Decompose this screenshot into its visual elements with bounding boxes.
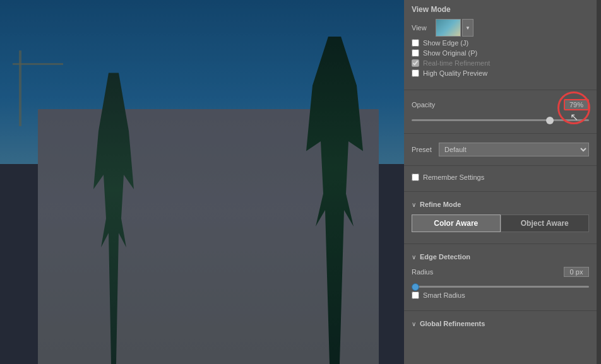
realtime-checkbox [412, 59, 419, 67]
remember-settings-row: Remember Settings [412, 173, 589, 181]
separator-4 [404, 191, 597, 192]
object-aware-button[interactable]: Object Aware [501, 214, 590, 232]
show-original-row: Show Original (P) [412, 49, 589, 57]
global-refinements-title: Global Refinements [420, 320, 485, 327]
radius-row: Radius 0 px [412, 267, 589, 277]
smart-radius-checkbox[interactable] [412, 291, 419, 299]
cursor-icon: ↖ [570, 111, 578, 123]
preset-section: Preset Default Hair & Fur Custom [404, 138, 597, 161]
remember-settings-section: Remember Settings [404, 170, 597, 187]
global-refinements-header: ∨ Global Refinements [412, 320, 589, 327]
realtime-refinement-row: Real-time Refinement [412, 59, 589, 67]
opacity-row: Opacity 79% ↖ [412, 99, 589, 110]
show-edge-row: Show Edge (J) [412, 39, 589, 47]
refine-mode-collapse-arrow[interactable]: ∨ [412, 201, 416, 208]
separator-5 [404, 244, 597, 244]
opacity-section: Opacity 79% ↖ [404, 94, 597, 129]
preset-row: Preset Default Hair & Fur Custom [412, 143, 589, 156]
view-row: View [412, 19, 589, 37]
separator-1 [404, 90, 597, 90]
separator-2 [404, 133, 597, 134]
radius-value[interactable]: 0 px [564, 267, 589, 277]
edge-detection-title: Edge Detection [420, 253, 470, 261]
opacity-value[interactable]: 79% [564, 99, 589, 110]
smart-radius-label: Smart Radius [423, 291, 465, 299]
refine-mode-buttons: Color Aware Object Aware [412, 214, 589, 232]
opacity-slider-container [412, 114, 589, 123]
view-thumbnail[interactable] [436, 19, 461, 37]
view-mode-section: View Mode View Show Edge (J) Show Origin… [404, 0, 597, 86]
remember-settings-checkbox[interactable] [412, 173, 419, 181]
opacity-value-container: 79% ↖ [564, 99, 589, 110]
refine-mode-header: ∨ Refine Mode [412, 201, 589, 208]
global-refinements-section: ∨ Global Refinements [404, 315, 597, 339]
image-canvas [0, 0, 404, 364]
edge-detection-section: ∨ Edge Detection Radius 0 px Smart Radiu… [404, 248, 597, 307]
smart-radius-row: Smart Radius [412, 291, 589, 299]
high-quality-row: High Quality Preview [412, 69, 589, 77]
dark-overlay [0, 0, 404, 364]
show-edge-label: Show Edge (J) [423, 39, 468, 47]
preset-select[interactable]: Default Hair & Fur Custom [439, 143, 589, 156]
separator-3 [404, 165, 597, 166]
opacity-label: Opacity [412, 101, 564, 109]
separator-6 [404, 310, 597, 311]
show-edge-checkbox[interactable] [412, 39, 419, 47]
radius-label: Radius [412, 268, 564, 276]
view-dropdown-button[interactable] [462, 19, 473, 37]
show-original-label: Show Original (P) [423, 49, 477, 57]
realtime-label: Real-time Refinement [423, 59, 490, 67]
high-quality-checkbox[interactable] [412, 69, 419, 77]
view-mode-title: View Mode [412, 5, 589, 14]
refine-mode-section: ∨ Refine Mode Color Aware Object Aware [404, 196, 597, 240]
settings-panel: View Mode View Show Edge (J) Show Origin… [404, 0, 597, 364]
radius-slider[interactable] [412, 286, 589, 288]
high-quality-label: High Quality Preview [423, 69, 487, 77]
edge-detection-header: ∨ Edge Detection [412, 253, 589, 261]
opacity-slider[interactable] [412, 119, 589, 121]
preset-label: Preset [412, 146, 434, 153]
color-aware-button[interactable]: Color Aware [412, 214, 501, 232]
show-original-checkbox[interactable] [412, 49, 419, 57]
edge-detection-collapse-arrow[interactable]: ∨ [412, 254, 416, 261]
view-label: View [412, 24, 431, 32]
global-refinements-collapse-arrow[interactable]: ∨ [412, 320, 416, 327]
refine-mode-title: Refine Mode [420, 201, 461, 208]
remember-settings-label: Remember Settings [423, 173, 484, 181]
